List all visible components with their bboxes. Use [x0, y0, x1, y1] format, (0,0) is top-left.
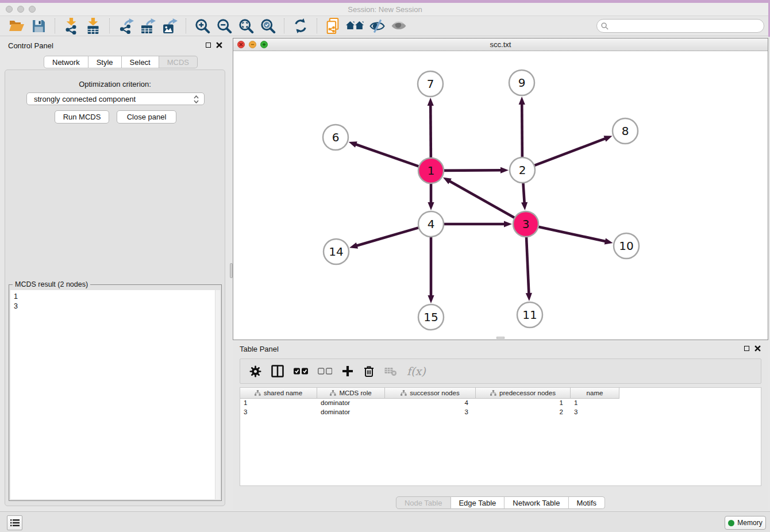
cell-shared-name: 3: [240, 408, 317, 417]
graph-edge-arrowhead: [349, 141, 357, 148]
close-panel-button[interactable]: Close panel: [117, 110, 176, 124]
graph-edge-arrowhead: [428, 202, 434, 210]
window-top-accent: [0, 0, 770, 3]
column-layout-button[interactable]: [269, 363, 286, 380]
mcds-panel: Optimization criterion: strongly connect…: [5, 70, 225, 506]
open-folder-icon: [9, 19, 25, 33]
cell-predecessor-nodes: 1: [476, 399, 571, 408]
column-header-successor-nodes[interactable]: successor nodes: [385, 388, 476, 399]
run-mcds-button[interactable]: Run MCDS: [55, 110, 109, 124]
import-table-button[interactable]: [84, 17, 102, 34]
first-neighbors-button[interactable]: [346, 17, 364, 34]
column-header-shared-name[interactable]: shared name: [240, 388, 317, 399]
graph-edge-1-2[interactable]: [442, 170, 502, 171]
zoom-in-button[interactable]: [193, 17, 211, 34]
status-bar: Memory: [0, 511, 770, 532]
tab-network[interactable]: Network: [44, 56, 88, 68]
tab-node-table[interactable]: Node Table: [396, 496, 451, 509]
apply-layout-button[interactable]: [291, 17, 310, 34]
gear-icon: [249, 365, 261, 377]
column-settings-button[interactable]: [247, 363, 264, 380]
graph-edge-2-3[interactable]: [523, 182, 524, 204]
tab-mcds[interactable]: MCDS: [159, 56, 198, 68]
export-image-button[interactable]: [160, 17, 179, 34]
graph-edge-arrowhead: [443, 178, 452, 184]
task-history-button[interactable]: [7, 515, 22, 530]
graph-edge-arrowhead: [349, 242, 358, 249]
titlebar: Session: New Session: [0, 3, 770, 16]
graph-edge-1-7[interactable]: [430, 104, 431, 159]
zoom-fit-button[interactable]: [237, 17, 255, 34]
search-field[interactable]: [596, 19, 764, 33]
search-icon: [601, 22, 609, 30]
hide-selected-button[interactable]: [368, 17, 386, 34]
graph-node-label: 7: [427, 77, 434, 91]
memory-label: Memory: [737, 519, 762, 527]
cell-name: 3: [571, 408, 619, 417]
search-input[interactable]: [611, 22, 755, 30]
graph-edge-3-10[interactable]: [537, 226, 607, 241]
unchecked-checkboxes-icon: [318, 368, 332, 375]
column-header-predecessor-nodes[interactable]: predecessor nodes: [476, 388, 571, 399]
graph-edge-3-1[interactable]: [448, 180, 515, 218]
memory-button[interactable]: Memory: [725, 516, 766, 530]
memory-status-icon: [728, 520, 734, 526]
graph-edge-2-9[interactable]: [522, 103, 522, 159]
mcds-result-group: MCDS result (2 nodes) 1 3: [9, 284, 222, 501]
tab-motifs[interactable]: Motifs: [568, 496, 605, 509]
graph-node-label: 4: [428, 217, 435, 231]
zoom-selected-button[interactable]: [259, 17, 277, 34]
tab-network-table[interactable]: Network Table: [505, 496, 568, 509]
main-toolbar: [0, 16, 770, 36]
network-window-title: scc.txt: [233, 40, 768, 49]
table-row[interactable]: 3 dominator 3 2 3: [240, 408, 761, 417]
network-resize-grip[interactable]: [496, 337, 505, 339]
delete-column-button[interactable]: [361, 363, 377, 380]
control-panel-close-button[interactable]: [216, 42, 222, 48]
graph-edge-1-6[interactable]: [355, 144, 420, 167]
export-network-button[interactable]: [117, 17, 135, 34]
open-session-button[interactable]: [7, 17, 26, 34]
graph-node-label: 8: [622, 124, 629, 138]
network-canvas[interactable]: 7968124314101511: [233, 51, 768, 340]
column-header-mcds-role[interactable]: MCDS role: [317, 388, 385, 399]
float-window-icon: [206, 43, 211, 48]
control-panel-float-button[interactable]: [205, 42, 211, 48]
table-row[interactable]: 1 dominator 4 1 1: [240, 399, 761, 408]
select-all-button[interactable]: [291, 363, 310, 380]
graph-node-label: 15: [424, 310, 438, 324]
tab-edge-table[interactable]: Edge Table: [451, 496, 505, 509]
import-network-button[interactable]: [62, 17, 80, 34]
tab-style[interactable]: Style: [88, 56, 122, 68]
function-builder-button[interactable]: f(x): [405, 363, 428, 380]
import-table-icon: [86, 18, 101, 34]
graph-node-label: 10: [619, 239, 633, 253]
cell-successor-nodes: 3: [385, 408, 476, 417]
network-window-titlebar[interactable]: scc.txt: [233, 38, 768, 51]
control-panel: Control Panel Network Style Select MCDS …: [0, 36, 230, 510]
optimization-criterion-dropdown[interactable]: strongly connected component: [26, 92, 205, 105]
mcds-result-area[interactable]: 1 3: [10, 290, 220, 499]
graph-edge-2-8[interactable]: [533, 138, 607, 165]
tab-select[interactable]: Select: [122, 56, 159, 68]
graph-edge-4-14[interactable]: [356, 228, 420, 246]
graph-edge-3-11[interactable]: [526, 236, 529, 295]
deselect-all-button[interactable]: [315, 363, 334, 380]
graph-node-label: 9: [518, 76, 526, 90]
new-network-from-selection-button[interactable]: [324, 17, 342, 34]
export-table-button[interactable]: [138, 17, 157, 34]
table-panel-float-button[interactable]: [744, 345, 750, 352]
column-header-name[interactable]: name: [571, 388, 619, 399]
delete-table-button[interactable]: [382, 363, 399, 380]
node-table[interactable]: shared name MCDS role successor nodes pr…: [240, 387, 761, 486]
table-panel-close-button[interactable]: [754, 345, 761, 352]
save-session-button[interactable]: [29, 17, 48, 34]
toolbar-separator: [317, 18, 317, 33]
graph-node-label: 3: [522, 217, 530, 231]
add-column-button[interactable]: [340, 363, 356, 380]
result-scrollbar[interactable]: [215, 290, 220, 499]
show-all-button[interactable]: [390, 17, 408, 34]
optimization-criterion-label: Optimization criterion:: [5, 80, 225, 88]
zoom-out-button[interactable]: [215, 17, 233, 34]
table-panel-title: Table Panel: [240, 345, 279, 353]
